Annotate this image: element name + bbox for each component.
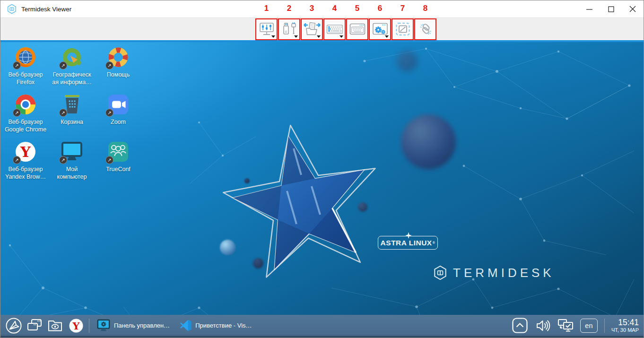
yandex-browser-icon: Y xyxy=(69,318,84,333)
layout-code: en xyxy=(585,322,592,329)
desktop-icon-yandex[interactable]: Y ↗ Веб-браузер Yandex Brow… xyxy=(2,140,49,188)
fullscreen-icon xyxy=(395,22,411,37)
termidesk-app-icon xyxy=(7,4,17,14)
shortcut-arrow-badge: ↗ xyxy=(13,109,21,117)
annotation-number-1: 1 xyxy=(264,4,269,13)
tray-separator xyxy=(604,319,605,333)
shortcut-arrow-badge: ↗ xyxy=(59,156,67,164)
close-button[interactable] xyxy=(622,0,644,17)
virtual-keyboard-button[interactable] xyxy=(346,18,368,40)
clock-widget[interactable]: 15:41 ЧТ, 30 МАР xyxy=(611,318,639,333)
file-transfer-icon xyxy=(303,22,321,37)
control-panel-icon xyxy=(96,319,111,333)
fullscreen-button[interactable] xyxy=(392,18,414,40)
task-label: Панель управлен… xyxy=(114,322,170,329)
desktop-icon-label: TrueConf xyxy=(106,165,131,173)
network-displays-button[interactable] xyxy=(556,315,576,336)
annotation-number-5: 5 xyxy=(355,4,359,13)
volume-button[interactable] xyxy=(535,315,552,336)
shortcut-arrow-badge: ↗ xyxy=(105,109,113,117)
desktop-icon-label: Мой компьютер xyxy=(57,165,87,181)
desktop-icon-label: Корзина xyxy=(61,118,83,126)
annotation-number-8: 8 xyxy=(423,4,427,13)
window-switcher-button[interactable] xyxy=(24,315,45,336)
usb-devices-button[interactable] xyxy=(278,18,300,40)
session-settings-icon xyxy=(371,22,389,37)
keyboard-layout-indicator[interactable]: en xyxy=(580,319,598,333)
keyboard-shortcuts-icon xyxy=(326,22,344,36)
connection-link-button[interactable] xyxy=(414,18,436,40)
close-icon xyxy=(629,6,636,12)
astra-launcher-icon xyxy=(5,317,22,334)
desktop-icon-zoom[interactable]: ↗ Zoom xyxy=(95,93,141,140)
annotation-number-3: 3 xyxy=(310,4,314,13)
registered-mark: ® xyxy=(433,241,435,244)
svg-text:Y: Y xyxy=(72,320,80,332)
chevron-down-icon xyxy=(294,35,298,38)
keyboard-shortcuts-button[interactable] xyxy=(323,18,346,40)
shortcut-arrow-badge: ↗ xyxy=(13,156,21,164)
astra-linux-logo: ASTRA LINUX® xyxy=(378,236,438,250)
termidesk-hexagon-icon xyxy=(433,265,447,280)
minimize-button[interactable] xyxy=(578,0,600,17)
tray-expand-button[interactable] xyxy=(510,315,531,336)
viewer-toolbar: 1 2 xyxy=(0,17,644,40)
taskbar-separator xyxy=(89,319,89,333)
shortcut-arrow-badge: ↗ xyxy=(105,156,113,164)
desktop-icon-label: Веб-браузер Firefox xyxy=(8,71,43,87)
astra-linux-text: ASTRA LINUX xyxy=(381,239,432,247)
shortcut-arrow-badge: ↗ xyxy=(13,61,21,69)
desktop-icon-chrome[interactable]: ↗ Веб-браузер Google Chrome xyxy=(2,93,49,140)
maximize-button[interactable] xyxy=(600,0,622,17)
window-title: Termidesk Viewer xyxy=(21,6,71,13)
desktop-icon-label: Веб-браузер Yandex Brow… xyxy=(5,165,46,181)
vscode-icon xyxy=(179,319,192,332)
remote-desktop-area[interactable]: ↗ Веб-браузер Firefox ↗ Географическ ая … xyxy=(0,40,644,316)
yandex-browser-taskbar-button[interactable]: Y xyxy=(66,315,87,336)
chevron-down-icon xyxy=(339,35,343,38)
desktop-icon-help[interactable]: ↗ Помощь xyxy=(95,46,141,93)
connected-displays-icon xyxy=(557,318,574,333)
desktop-icon-label: Zoom xyxy=(111,118,126,126)
display-settings-button[interactable] xyxy=(255,18,278,40)
session-settings-button[interactable] xyxy=(369,18,391,40)
annotation-number-7: 7 xyxy=(400,4,405,13)
usb-devices-icon xyxy=(281,22,297,37)
clock-time: 15:41 xyxy=(611,318,639,328)
termidesk-logo: TERMIDESK xyxy=(433,265,555,280)
chevron-up-icon xyxy=(512,318,528,333)
desktop-icon-label: Помощь xyxy=(107,71,130,78)
astra-star-icon xyxy=(405,232,412,239)
desktop-icon-grid: ↗ Веб-браузер Firefox ↗ Географическ ая … xyxy=(2,46,141,188)
file-transfer-button[interactable] xyxy=(301,18,323,40)
task-vscode[interactable]: Приветствие - Vis… xyxy=(174,315,256,336)
wallpaper-sphere-large xyxy=(401,114,456,169)
taskbar: Y Панель управлен… Приветствие - Vis… xyxy=(0,315,644,338)
svg-text:Y: Y xyxy=(20,144,31,160)
annotation-number-2: 2 xyxy=(287,4,291,13)
desktop-icon-qgis[interactable]: ↗ Географическ ая информа… xyxy=(49,46,95,93)
folder-eye-icon xyxy=(47,319,63,333)
desktop-icon-trueconf[interactable]: ↗ TrueConf xyxy=(95,140,141,188)
annotation-number-4: 4 xyxy=(332,4,337,13)
shortcut-arrow-badge: ↗ xyxy=(105,61,113,69)
astra-star-graphic xyxy=(223,125,383,286)
clock-date: ЧТ, 30 МАР xyxy=(611,327,639,333)
desktop-icon-firefox[interactable]: ↗ Веб-браузер Firefox xyxy=(2,46,49,93)
chevron-down-icon xyxy=(271,35,275,38)
task-label: Приветствие - Vis… xyxy=(195,322,252,329)
title-bar: Termidesk Viewer xyxy=(0,0,644,17)
desktop-icon-trash[interactable]: ↗ Корзина xyxy=(49,93,95,140)
task-control-panel[interactable]: Панель управлен… xyxy=(92,315,174,336)
annotation-number-6: 6 xyxy=(378,4,382,13)
maximize-icon xyxy=(608,6,614,12)
termidesk-viewer-window: Termidesk Viewer 1 xyxy=(0,0,644,338)
connection-link-icon xyxy=(418,22,434,37)
file-manager-button[interactable] xyxy=(45,315,66,336)
display-settings-icon xyxy=(258,22,275,37)
desktop-icon-my-computer[interactable]: ↗ Мой компьютер xyxy=(49,140,95,188)
speaker-icon xyxy=(536,319,551,333)
window-switcher-icon xyxy=(26,319,43,333)
app-launcher-button[interactable] xyxy=(3,315,24,336)
desktop-icon-label: Географическ ая информа… xyxy=(52,71,91,87)
